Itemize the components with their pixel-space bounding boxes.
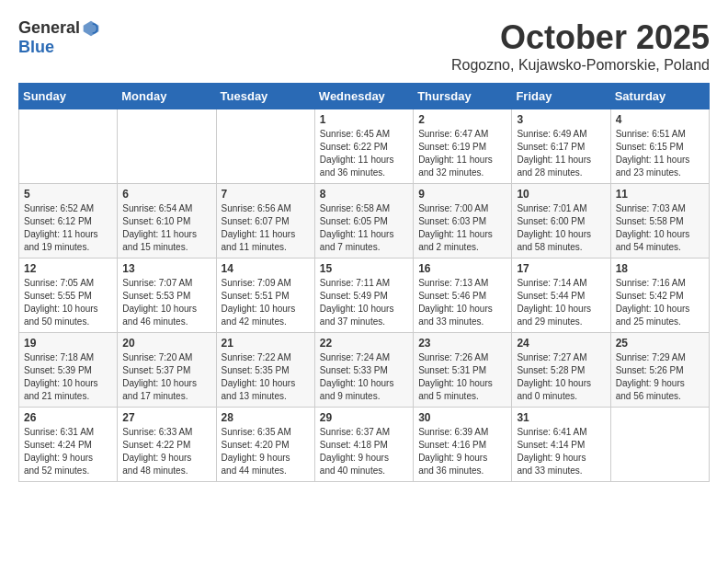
calendar-cell: 10Sunrise: 7:01 AM Sunset: 6:00 PM Dayli… [512, 184, 610, 259]
calendar-cell: 3Sunrise: 6:49 AM Sunset: 6:17 PM Daylig… [512, 109, 610, 184]
day-info: Sunrise: 7:09 AM Sunset: 5:51 PM Dayligh… [222, 277, 310, 328]
calendar-cell [216, 109, 314, 184]
day-number: 13 [122, 262, 210, 275]
calendar-cell [610, 408, 709, 482]
day-number: 6 [122, 188, 210, 201]
day-info: Sunrise: 7:11 AM Sunset: 5:49 PM Dayligh… [320, 277, 408, 328]
day-info: Sunrise: 6:58 AM Sunset: 6:05 PM Dayligh… [320, 202, 408, 254]
calendar-cell: 7Sunrise: 6:56 AM Sunset: 6:07 PM Daylig… [216, 184, 314, 259]
calendar-cell: 24Sunrise: 7:27 AM Sunset: 5:28 PM Dayli… [512, 333, 610, 408]
day-number: 10 [517, 188, 605, 201]
day-number: 24 [517, 337, 605, 350]
calendar-cell: 9Sunrise: 7:00 AM Sunset: 6:03 PM Daylig… [414, 184, 512, 259]
calendar-week-row: 19Sunrise: 7:18 AM Sunset: 5:39 PM Dayli… [19, 333, 710, 408]
calendar-cell: 13Sunrise: 7:07 AM Sunset: 5:53 PM Dayli… [118, 259, 216, 333]
day-number: 19 [24, 337, 112, 350]
day-number: 16 [418, 262, 506, 275]
calendar-cell: 30Sunrise: 6:39 AM Sunset: 4:16 PM Dayli… [414, 408, 512, 482]
day-info: Sunrise: 6:54 AM Sunset: 6:10 PM Dayligh… [122, 202, 210, 254]
day-info: Sunrise: 6:49 AM Sunset: 6:17 PM Dayligh… [517, 128, 605, 179]
day-number: 15 [320, 262, 408, 275]
calendar-cell [118, 109, 216, 184]
month-title: October 2025 [451, 18, 710, 57]
calendar-cell: 22Sunrise: 7:24 AM Sunset: 5:33 PM Dayli… [314, 333, 413, 408]
calendar-table: SundayMondayTuesdayWednesdayThursdayFrid… [18, 83, 710, 482]
day-info: Sunrise: 7:05 AM Sunset: 5:55 PM Dayligh… [24, 277, 112, 328]
day-number: 27 [122, 411, 210, 424]
day-info: Sunrise: 7:22 AM Sunset: 5:35 PM Dayligh… [222, 351, 310, 403]
day-info: Sunrise: 7:24 AM Sunset: 5:33 PM Dayligh… [320, 351, 408, 403]
day-info: Sunrise: 6:45 AM Sunset: 6:22 PM Dayligh… [320, 128, 408, 179]
day-number: 4 [616, 113, 704, 126]
weekday-header-sunday: Sunday [19, 84, 118, 109]
day-info: Sunrise: 7:16 AM Sunset: 5:42 PM Dayligh… [616, 277, 704, 328]
day-info: Sunrise: 6:41 AM Sunset: 4:14 PM Dayligh… [517, 426, 605, 477]
day-number: 7 [222, 188, 310, 201]
calendar-cell: 4Sunrise: 6:51 AM Sunset: 6:15 PM Daylig… [610, 109, 709, 184]
calendar-week-row: 12Sunrise: 7:05 AM Sunset: 5:55 PM Dayli… [19, 259, 710, 333]
calendar-cell: 1Sunrise: 6:45 AM Sunset: 6:22 PM Daylig… [314, 109, 413, 184]
calendar-cell: 8Sunrise: 6:58 AM Sunset: 6:05 PM Daylig… [314, 184, 413, 259]
logo-general-text: General [18, 18, 80, 38]
day-number: 17 [517, 262, 605, 275]
day-number: 20 [122, 337, 210, 350]
day-info: Sunrise: 7:29 AM Sunset: 5:26 PM Dayligh… [616, 351, 704, 403]
day-info: Sunrise: 7:26 AM Sunset: 5:31 PM Dayligh… [418, 351, 506, 403]
weekday-header-friday: Friday [512, 84, 610, 109]
day-info: Sunrise: 7:01 AM Sunset: 6:00 PM Dayligh… [517, 202, 605, 254]
calendar-week-row: 1Sunrise: 6:45 AM Sunset: 6:22 PM Daylig… [19, 109, 710, 184]
calendar-cell: 26Sunrise: 6:31 AM Sunset: 4:24 PM Dayli… [19, 408, 118, 482]
page-header: General Blue October 2025 Rogozno, Kujaw… [18, 18, 710, 74]
weekday-header-tuesday: Tuesday [216, 84, 314, 109]
calendar-cell: 17Sunrise: 7:14 AM Sunset: 5:44 PM Dayli… [512, 259, 610, 333]
day-info: Sunrise: 6:37 AM Sunset: 4:18 PM Dayligh… [320, 426, 408, 477]
weekday-header-thursday: Thursday [414, 84, 512, 109]
logo-icon [82, 19, 100, 38]
calendar-cell: 29Sunrise: 6:37 AM Sunset: 4:18 PM Dayli… [314, 408, 413, 482]
day-number: 21 [222, 337, 310, 350]
calendar-cell: 28Sunrise: 6:35 AM Sunset: 4:20 PM Dayli… [216, 408, 314, 482]
day-info: Sunrise: 6:35 AM Sunset: 4:20 PM Dayligh… [222, 426, 310, 477]
day-number: 23 [418, 337, 506, 350]
day-info: Sunrise: 6:31 AM Sunset: 4:24 PM Dayligh… [24, 426, 112, 477]
calendar-cell: 19Sunrise: 7:18 AM Sunset: 5:39 PM Dayli… [19, 333, 118, 408]
calendar-cell: 14Sunrise: 7:09 AM Sunset: 5:51 PM Dayli… [216, 259, 314, 333]
day-info: Sunrise: 6:47 AM Sunset: 6:19 PM Dayligh… [418, 128, 506, 179]
calendar-cell: 12Sunrise: 7:05 AM Sunset: 5:55 PM Dayli… [19, 259, 118, 333]
day-number: 28 [222, 411, 310, 424]
day-number: 18 [616, 262, 704, 275]
weekday-header-wednesday: Wednesday [314, 84, 413, 109]
calendar-cell: 16Sunrise: 7:13 AM Sunset: 5:46 PM Dayli… [414, 259, 512, 333]
day-number: 9 [418, 188, 506, 201]
day-info: Sunrise: 6:33 AM Sunset: 4:22 PM Dayligh… [122, 426, 210, 477]
calendar-cell: 31Sunrise: 6:41 AM Sunset: 4:14 PM Dayli… [512, 408, 610, 482]
day-number: 12 [24, 262, 112, 275]
logo-blue-text: Blue [18, 38, 54, 57]
day-number: 26 [24, 411, 112, 424]
day-info: Sunrise: 7:13 AM Sunset: 5:46 PM Dayligh… [418, 277, 506, 328]
day-info: Sunrise: 6:56 AM Sunset: 6:07 PM Dayligh… [222, 202, 310, 254]
calendar-cell: 27Sunrise: 6:33 AM Sunset: 4:22 PM Dayli… [118, 408, 216, 482]
day-number: 11 [616, 188, 704, 201]
calendar-week-row: 5Sunrise: 6:52 AM Sunset: 6:12 PM Daylig… [19, 184, 710, 259]
day-info: Sunrise: 6:52 AM Sunset: 6:12 PM Dayligh… [24, 202, 112, 254]
day-info: Sunrise: 7:18 AM Sunset: 5:39 PM Dayligh… [24, 351, 112, 403]
calendar-cell: 15Sunrise: 7:11 AM Sunset: 5:49 PM Dayli… [314, 259, 413, 333]
day-info: Sunrise: 7:27 AM Sunset: 5:28 PM Dayligh… [517, 351, 605, 403]
calendar-week-row: 26Sunrise: 6:31 AM Sunset: 4:24 PM Dayli… [19, 408, 710, 482]
calendar-cell: 5Sunrise: 6:52 AM Sunset: 6:12 PM Daylig… [19, 184, 118, 259]
calendar-cell: 11Sunrise: 7:03 AM Sunset: 5:58 PM Dayli… [610, 184, 709, 259]
day-number: 2 [418, 113, 506, 126]
day-info: Sunrise: 6:39 AM Sunset: 4:16 PM Dayligh… [418, 426, 506, 477]
calendar-cell: 23Sunrise: 7:26 AM Sunset: 5:31 PM Dayli… [414, 333, 512, 408]
calendar-cell: 25Sunrise: 7:29 AM Sunset: 5:26 PM Dayli… [610, 333, 709, 408]
day-number: 29 [320, 411, 408, 424]
day-number: 25 [616, 337, 704, 350]
day-number: 14 [222, 262, 310, 275]
calendar-cell: 20Sunrise: 7:20 AM Sunset: 5:37 PM Dayli… [118, 333, 216, 408]
day-info: Sunrise: 6:51 AM Sunset: 6:15 PM Dayligh… [616, 128, 704, 179]
calendar-cell: 21Sunrise: 7:22 AM Sunset: 5:35 PM Dayli… [216, 333, 314, 408]
calendar-cell: 2Sunrise: 6:47 AM Sunset: 6:19 PM Daylig… [414, 109, 512, 184]
calendar-cell [19, 109, 118, 184]
day-number: 22 [320, 337, 408, 350]
